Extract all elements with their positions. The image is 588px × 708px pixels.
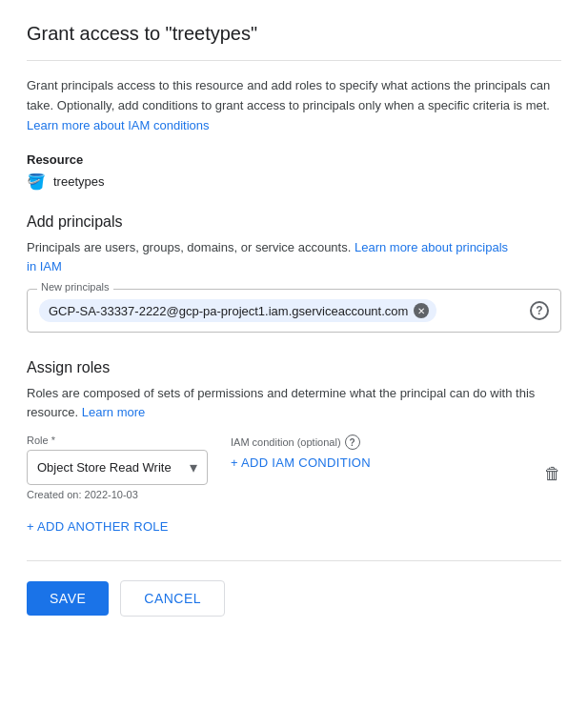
- delete-role-icon[interactable]: 🗑: [544, 464, 561, 484]
- role-created-date: Created on: 2022-10-03: [27, 489, 208, 500]
- iam-condition-label-text: IAM condition (optional): [231, 436, 341, 448]
- new-principals-box[interactable]: New principals GCP-SA-33337-2222@gcp-pa-…: [27, 289, 561, 333]
- divider: [27, 560, 561, 561]
- save-button[interactable]: SAVE: [27, 581, 109, 616]
- role-field: Role * Object Store Read Write ▾ Created…: [27, 435, 208, 500]
- new-principals-label: New principals: [37, 281, 113, 293]
- add-another-role-button[interactable]: + ADD ANOTHER ROLE: [27, 519, 169, 534]
- principals-desc-text: Principals are users, groups, domains, o…: [27, 240, 351, 254]
- role-select-value: Object Store Read Write: [37, 460, 184, 475]
- role-select-dropdown[interactable]: Object Store Read Write ▾: [27, 450, 208, 485]
- principal-email: GCP-SA-33337-2222@gcp-pa-project1.iam.gs…: [49, 304, 408, 318]
- principals-description: Principals are users, groups, domains, o…: [27, 238, 561, 275]
- role-field-label: Role *: [27, 435, 208, 446]
- iam-conditions-link[interactable]: Learn more about IAM conditions: [27, 118, 210, 132]
- iam-condition-help-icon[interactable]: ?: [345, 435, 360, 450]
- bucket-icon: 🪣: [27, 172, 46, 191]
- add-principals-title: Add principals: [27, 213, 561, 231]
- page-description: Grant principals access to this resource…: [27, 76, 561, 135]
- chevron-down-icon: ▾: [190, 458, 197, 476]
- iam-condition-field: IAM condition (optional) ? + ADD IAM CON…: [231, 435, 521, 470]
- resource-row: 🪣 treetypes: [27, 172, 561, 191]
- role-row: Role * Object Store Read Write ▾ Created…: [27, 435, 561, 500]
- iam-condition-label-row: IAM condition (optional) ?: [231, 435, 521, 450]
- assign-roles-title: Assign roles: [27, 359, 561, 376]
- remove-principal-button[interactable]: ✕: [414, 303, 429, 318]
- resource-section-label: Resource: [27, 152, 561, 167]
- resource-name: treetypes: [53, 174, 104, 189]
- action-buttons: SAVE CANCEL: [27, 580, 561, 617]
- assign-roles-desc: Roles are composed of sets of permission…: [27, 384, 561, 421]
- principal-chip: GCP-SA-33337-2222@gcp-pa-project1.iam.gs…: [39, 299, 436, 322]
- cancel-button[interactable]: CANCEL: [120, 580, 225, 617]
- add-iam-condition-button[interactable]: + ADD IAM CONDITION: [231, 455, 371, 470]
- assign-roles-section: Assign roles Roles are composed of sets …: [27, 359, 561, 500]
- page-title: Grant access to "treetypes": [27, 23, 561, 61]
- assign-roles-learn-more-link[interactable]: Learn more: [82, 405, 145, 419]
- description-text: Grant principals access to this resource…: [27, 78, 550, 112]
- principals-help-icon[interactable]: ?: [530, 301, 549, 320]
